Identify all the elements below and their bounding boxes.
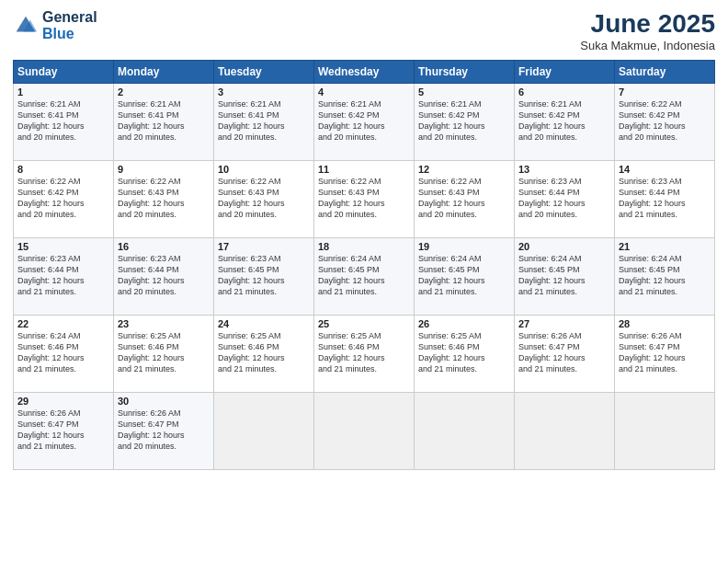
col-wednesday: Wednesday [314,61,415,84]
day-info: Sunrise: 6:23 AM Sunset: 6:44 PM Dayligh… [17,253,109,298]
header: General Blue June 2025 Suka Makmue, Indo… [13,9,715,52]
day-info: Sunrise: 6:21 AM Sunset: 6:41 PM Dayligh… [118,98,210,144]
day-number: 26 [418,318,510,329]
day-info: Sunrise: 6:21 AM Sunset: 6:42 PM Dayligh… [518,98,610,144]
day-number: 15 [17,241,109,252]
calendar-week-row: 15Sunrise: 6:23 AM Sunset: 6:44 PM Dayli… [14,238,715,316]
day-number: 17 [218,241,310,252]
day-number: 25 [318,318,410,329]
day-info: Sunrise: 6:22 AM Sunset: 6:43 PM Dayligh… [118,176,210,221]
calendar-cell [615,393,715,470]
day-info: Sunrise: 6:21 AM Sunset: 6:41 PM Dayligh… [17,98,109,144]
page: General Blue June 2025 Suka Makmue, Indo… [0,0,728,563]
day-info: Sunrise: 6:23 AM Sunset: 6:45 PM Dayligh… [218,253,310,298]
calendar-cell [314,393,415,470]
col-monday: Monday [114,61,214,84]
day-info: Sunrise: 6:21 AM Sunset: 6:42 PM Dayligh… [318,98,410,144]
day-info: Sunrise: 6:25 AM Sunset: 6:46 PM Dayligh… [418,330,510,375]
calendar-cell: 24Sunrise: 6:25 AM Sunset: 6:46 PM Dayli… [214,316,314,393]
calendar-cell: 26Sunrise: 6:25 AM Sunset: 6:46 PM Dayli… [415,316,515,393]
calendar-cell: 17Sunrise: 6:23 AM Sunset: 6:45 PM Dayli… [214,238,314,316]
day-number: 24 [218,318,310,329]
day-info: Sunrise: 6:22 AM Sunset: 6:43 PM Dayligh… [318,176,410,221]
day-number: 28 [619,318,711,329]
day-info: Sunrise: 6:26 AM Sunset: 6:47 PM Dayligh… [17,408,109,453]
calendar-week-row: 8Sunrise: 6:22 AM Sunset: 6:42 PM Daylig… [14,161,715,238]
calendar-cell: 9Sunrise: 6:22 AM Sunset: 6:43 PM Daylig… [114,161,214,238]
calendar-cell: 8Sunrise: 6:22 AM Sunset: 6:42 PM Daylig… [14,161,114,238]
day-number: 27 [518,318,610,329]
day-info: Sunrise: 6:23 AM Sunset: 6:44 PM Dayligh… [619,176,711,221]
day-info: Sunrise: 6:25 AM Sunset: 6:46 PM Dayligh… [318,330,410,375]
col-thursday: Thursday [415,61,515,84]
calendar-week-row: 29Sunrise: 6:26 AM Sunset: 6:47 PM Dayli… [14,393,715,470]
calendar-cell: 7Sunrise: 6:22 AM Sunset: 6:42 PM Daylig… [615,84,715,161]
day-info: Sunrise: 6:22 AM Sunset: 6:42 PM Dayligh… [619,98,711,144]
calendar-cell: 2Sunrise: 6:21 AM Sunset: 6:41 PM Daylig… [114,84,214,161]
calendar-cell: 11Sunrise: 6:22 AM Sunset: 6:43 PM Dayli… [314,161,415,238]
day-number: 19 [418,241,510,252]
day-number: 10 [218,164,310,175]
logo-text: General Blue [42,9,97,41]
day-info: Sunrise: 6:24 AM Sunset: 6:45 PM Dayligh… [518,253,610,298]
day-number: 7 [619,86,711,98]
calendar-cell: 29Sunrise: 6:26 AM Sunset: 6:47 PM Dayli… [14,393,114,470]
calendar-cell: 16Sunrise: 6:23 AM Sunset: 6:44 PM Dayli… [114,238,214,316]
day-number: 8 [17,164,109,175]
calendar-week-row: 22Sunrise: 6:24 AM Sunset: 6:46 PM Dayli… [14,316,715,393]
day-number: 9 [118,164,210,175]
col-saturday: Saturday [615,61,715,84]
calendar-cell [214,393,314,470]
calendar-cell: 1Sunrise: 6:21 AM Sunset: 6:41 PM Daylig… [14,84,114,161]
day-number: 14 [619,164,711,175]
calendar-cell: 6Sunrise: 6:21 AM Sunset: 6:42 PM Daylig… [515,84,615,161]
day-number: 5 [418,86,510,98]
day-info: Sunrise: 6:26 AM Sunset: 6:47 PM Dayligh… [619,330,711,375]
calendar-cell: 5Sunrise: 6:21 AM Sunset: 6:42 PM Daylig… [415,84,515,161]
location-subtitle: Suka Makmue, Indonesia [580,39,715,52]
calendar-cell: 10Sunrise: 6:22 AM Sunset: 6:43 PM Dayli… [214,161,314,238]
calendar-cell: 27Sunrise: 6:26 AM Sunset: 6:47 PM Dayli… [515,316,615,393]
calendar-cell: 4Sunrise: 6:21 AM Sunset: 6:42 PM Daylig… [314,84,415,161]
calendar-cell: 25Sunrise: 6:25 AM Sunset: 6:46 PM Dayli… [314,316,415,393]
day-info: Sunrise: 6:23 AM Sunset: 6:44 PM Dayligh… [118,253,210,298]
calendar-cell: 13Sunrise: 6:23 AM Sunset: 6:44 PM Dayli… [515,161,615,238]
calendar-table: Sunday Monday Tuesday Wednesday Thursday… [13,60,715,470]
day-number: 2 [118,86,210,98]
day-info: Sunrise: 6:22 AM Sunset: 6:42 PM Dayligh… [17,176,109,221]
day-info: Sunrise: 6:26 AM Sunset: 6:47 PM Dayligh… [518,330,610,375]
day-info: Sunrise: 6:22 AM Sunset: 6:43 PM Dayligh… [218,176,310,221]
calendar-cell [515,393,615,470]
day-number: 30 [118,396,210,407]
calendar-cell: 12Sunrise: 6:22 AM Sunset: 6:43 PM Dayli… [415,161,515,238]
day-number: 18 [318,241,410,252]
calendar-cell: 18Sunrise: 6:24 AM Sunset: 6:45 PM Dayli… [314,238,415,316]
day-info: Sunrise: 6:25 AM Sunset: 6:46 PM Dayligh… [218,330,310,375]
day-info: Sunrise: 6:21 AM Sunset: 6:42 PM Dayligh… [418,98,510,144]
calendar-week-row: 1Sunrise: 6:21 AM Sunset: 6:41 PM Daylig… [14,84,715,161]
day-info: Sunrise: 6:26 AM Sunset: 6:47 PM Dayligh… [118,408,210,453]
calendar-cell [415,393,515,470]
col-friday: Friday [515,61,615,84]
day-number: 1 [17,86,109,98]
calendar-cell: 23Sunrise: 6:25 AM Sunset: 6:46 PM Dayli… [114,316,214,393]
day-number: 21 [619,241,711,252]
calendar-cell: 21Sunrise: 6:24 AM Sunset: 6:45 PM Dayli… [615,238,715,316]
logo-blue: Blue [42,26,74,41]
calendar-cell: 22Sunrise: 6:24 AM Sunset: 6:46 PM Dayli… [14,316,114,393]
day-info: Sunrise: 6:24 AM Sunset: 6:45 PM Dayligh… [318,253,410,298]
calendar-cell: 28Sunrise: 6:26 AM Sunset: 6:47 PM Dayli… [615,316,715,393]
day-info: Sunrise: 6:24 AM Sunset: 6:45 PM Dayligh… [619,253,711,298]
day-info: Sunrise: 6:21 AM Sunset: 6:41 PM Dayligh… [218,98,310,144]
day-number: 22 [17,318,109,329]
day-number: 6 [518,86,610,98]
month-title: June 2025 [580,9,715,39]
day-info: Sunrise: 6:25 AM Sunset: 6:46 PM Dayligh… [118,330,210,375]
day-number: 29 [17,396,109,407]
col-tuesday: Tuesday [214,61,314,84]
col-sunday: Sunday [14,61,114,84]
logo-general: General [42,9,97,25]
day-number: 23 [118,318,210,329]
day-number: 3 [218,86,310,98]
calendar-cell: 19Sunrise: 6:24 AM Sunset: 6:45 PM Dayli… [415,238,515,316]
